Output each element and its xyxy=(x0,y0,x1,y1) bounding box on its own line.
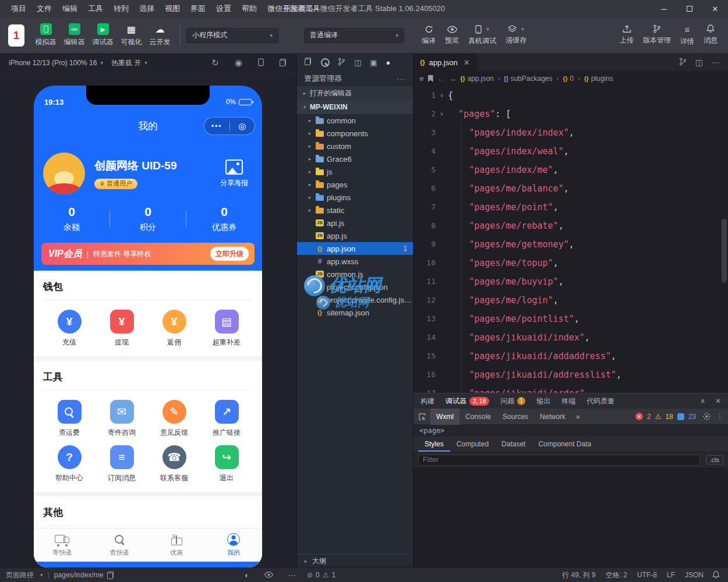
coupons-stat[interactable]: 0 优惠券 xyxy=(186,205,262,233)
close-tab-icon[interactable]: ✕ xyxy=(464,58,470,67)
remote-debug-button[interactable]: ▾ 真机调试 xyxy=(464,25,501,46)
tree-file[interactable]: JSapp.js xyxy=(297,229,413,242)
tabbar-item[interactable]: 优惠 xyxy=(148,528,205,562)
cls-toggle[interactable]: .cls xyxy=(706,455,724,464)
status-item[interactable]: UTF-8 xyxy=(637,571,657,579)
problems-indicator[interactable]: ⊘ 0 ⚠ 1 xyxy=(307,568,335,582)
panel-tab[interactable]: 终端 xyxy=(561,396,575,406)
devtools-tab[interactable]: Sources xyxy=(497,409,534,425)
tree-file[interactable]: {}project.config.json xyxy=(297,281,413,293)
eye-icon[interactable] xyxy=(264,571,273,580)
vip-banner[interactable]: VIP会员 | 特惠套件 尊享特权 立即升级 xyxy=(41,243,255,265)
menu-item[interactable]: 工具 xyxy=(83,0,108,17)
tree-file[interactable]: {}app.json1 xyxy=(297,242,413,255)
multi-window-icon[interactable] xyxy=(280,58,286,68)
editor-scrollbar[interactable] xyxy=(722,219,727,283)
panel-tab[interactable]: 问题1 xyxy=(500,396,525,406)
grid-item[interactable]: ↗推广链接 xyxy=(200,400,253,436)
page-path-value[interactable]: pages/index/me xyxy=(54,571,114,579)
page-element[interactable]: <page> xyxy=(419,427,444,435)
status-dot-icon[interactable]: ● xyxy=(386,58,391,67)
nav-back-icon[interactable]: ← xyxy=(437,74,445,83)
avatar[interactable] xyxy=(43,152,85,194)
style-tab[interactable]: Styles xyxy=(418,436,450,452)
open-editors-section[interactable]: ▸ 打开的编辑器 xyxy=(297,86,413,100)
breadcrumb-item[interactable]: {}plugins xyxy=(584,74,613,83)
status-item[interactable]: JSON xyxy=(685,571,704,579)
contrast-icon[interactable]: ◐ xyxy=(245,571,249,580)
devtools-settings-icon[interactable] xyxy=(703,413,711,420)
outline-list-icon[interactable]: ≡ xyxy=(419,74,424,83)
git-branch-icon[interactable] xyxy=(338,58,345,68)
tree-folder[interactable]: ▸plugins xyxy=(297,191,413,204)
tree-folder[interactable]: ▸Grace6 xyxy=(297,152,413,165)
tree-folder[interactable]: ▸common xyxy=(297,114,413,127)
upgrade-button[interactable]: 立即升级 xyxy=(210,247,249,261)
details-button[interactable]: ≡ 详情 xyxy=(676,24,699,47)
close-button[interactable]: ✕ xyxy=(702,0,728,17)
menu-item[interactable]: 转到 xyxy=(108,0,134,17)
menu-item[interactable]: 项目 xyxy=(6,0,31,17)
menu-item[interactable]: 编辑 xyxy=(57,0,83,17)
panel-tab[interactable]: 代码质量 xyxy=(586,396,614,406)
status-item[interactable]: 空格: 2 xyxy=(606,570,627,580)
split-editor-icon[interactable]: ◫ xyxy=(695,58,703,67)
breadcrumb-item[interactable]: {}0 xyxy=(563,74,573,83)
record-icon[interactable]: ◉ xyxy=(235,58,242,68)
minimize-button[interactable]: ─ xyxy=(651,0,677,17)
refresh-icon[interactable]: ↻ xyxy=(211,58,219,68)
menu-item[interactable]: 选择 xyxy=(134,0,160,17)
tree-folder[interactable]: ▸pages xyxy=(297,178,413,191)
status-item[interactable]: LF xyxy=(667,571,675,579)
tree-folder[interactable]: ▸js xyxy=(297,165,413,178)
close-miniprogram-icon[interactable]: ◎ xyxy=(230,121,255,132)
menu-item[interactable]: 界面 xyxy=(185,0,211,17)
editor-toggle-button[interactable]: </> 编辑器 xyxy=(60,23,89,47)
devtools-tab[interactable]: Console xyxy=(460,409,497,425)
cloud-dev-button[interactable]: ☁ 云开发 xyxy=(146,23,174,47)
grid-item[interactable]: ☎联系客服 xyxy=(148,445,200,481)
more-menu-icon[interactable]: ••• xyxy=(204,123,229,129)
grid-item[interactable]: ?帮助中心 xyxy=(43,445,96,481)
layout-icon[interactable]: ◫ xyxy=(354,58,361,67)
tree-file[interactable]: JSapi.js xyxy=(297,217,413,229)
menu-item[interactable]: 设置 xyxy=(211,0,236,17)
status-item[interactable]: 行 49, 列 9 xyxy=(562,570,595,580)
balance-stat[interactable]: 0 余额 xyxy=(34,205,109,233)
tree-file[interactable]: JScommon.js xyxy=(297,268,413,281)
tabbar-item[interactable]: 寄快递 xyxy=(34,528,91,562)
console-counts[interactable]: ✕2 ⚠18 23 xyxy=(635,413,696,421)
account-avatar[interactable]: 1 xyxy=(8,24,24,47)
tree-folder[interactable]: ▸custom xyxy=(297,140,413,152)
hot-reload-toggle[interactable]: 热重载 开▾ xyxy=(107,56,151,70)
visualizer-toggle-button[interactable]: ▦ 可视化 xyxy=(117,23,146,47)
points-stat[interactable]: 0 积分 xyxy=(110,205,186,233)
search-icon[interactable] xyxy=(320,57,329,68)
elements-tree[interactable]: <page> xyxy=(414,425,728,436)
bookmark-icon[interactable] xyxy=(428,75,433,82)
grid-item[interactable]: 查运费 xyxy=(43,400,96,436)
maximize-button[interactable] xyxy=(677,0,702,17)
grid-item[interactable]: ≡订阅消息 xyxy=(96,445,148,481)
menu-item[interactable]: 视图 xyxy=(160,0,185,17)
compare-icon[interactable] xyxy=(679,58,687,68)
package-icon[interactable]: ▣ xyxy=(370,58,377,67)
clear-cache-button[interactable]: ▾ 清缓存 xyxy=(501,25,531,45)
debugger-toggle-button[interactable]: ▶ 调试器 xyxy=(89,23,117,47)
grid-item[interactable]: ¥返佣 xyxy=(148,310,200,346)
tree-file[interactable]: {}sitemap.json xyxy=(297,306,413,319)
compile-mode-select[interactable]: 普通编译▾ xyxy=(304,28,404,43)
fold-marker[interactable]: ∨ xyxy=(436,105,448,123)
devtools-more-icon[interactable]: ⋮ xyxy=(716,413,723,421)
preview-button[interactable]: 预览 xyxy=(440,26,464,45)
panel-tab[interactable]: 调试器2, 18 xyxy=(446,396,489,406)
code-area[interactable]: 1∨{2∨ "pages": [3 "pages/index/index",4 … xyxy=(414,86,728,393)
fold-marker[interactable]: ∨ xyxy=(436,86,448,105)
devtools-tab[interactable]: Wxml xyxy=(430,409,460,425)
menu-item[interactable]: 帮助 xyxy=(236,0,262,17)
tree-folder[interactable]: ▸components xyxy=(297,127,413,140)
editor-more-icon[interactable]: ⋯ xyxy=(712,58,720,67)
grid-item[interactable]: ✉寄件咨询 xyxy=(96,400,148,436)
upload-button[interactable]: 上传 xyxy=(615,24,638,47)
style-tab[interactable]: Component Data xyxy=(532,436,598,452)
